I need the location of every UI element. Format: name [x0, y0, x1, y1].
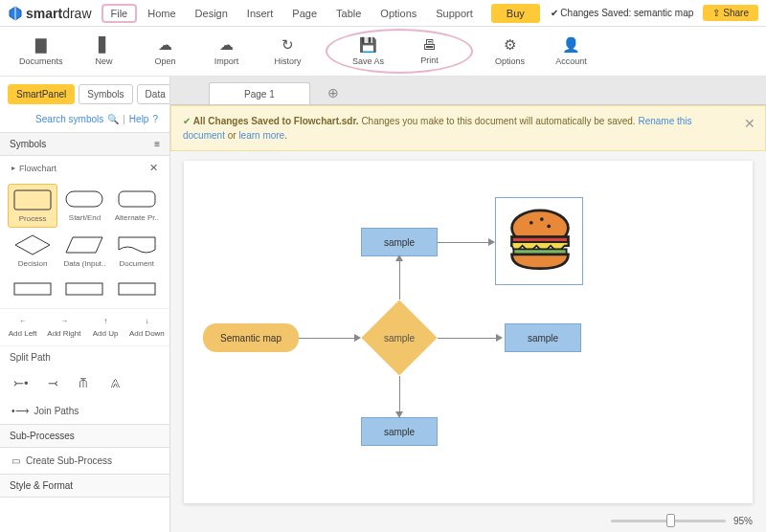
node-image-burger[interactable]	[495, 197, 583, 285]
shape-startend[interactable]: Start/End	[59, 184, 109, 228]
svg-point-9	[529, 221, 533, 225]
ribbon-account[interactable]: 👤Account	[552, 36, 592, 66]
ribbon-options[interactable]: ⚙Options	[490, 36, 530, 66]
shape-extra2[interactable]	[59, 274, 109, 304]
node-sample-top[interactable]: sample	[361, 228, 438, 256]
add-page-button[interactable]: ⊕	[327, 85, 339, 104]
close-flowchart-icon[interactable]: ✕	[149, 162, 158, 174]
save-status: ✔ Changes Saved: semantic map	[551, 8, 694, 18]
zoom-slider[interactable]	[611, 520, 726, 522]
add-down[interactable]: ↓Add Down	[126, 315, 168, 340]
page-tab-1[interactable]: Page 1	[209, 82, 310, 104]
split-icon-2[interactable]: ⤙	[48, 376, 58, 390]
tab-data[interactable]: Data	[137, 84, 170, 104]
ribbon-open[interactable]: ☁Open	[146, 36, 186, 66]
create-sub-process[interactable]: ▭Create Sub-Process	[0, 448, 169, 474]
join-icon: •⟶	[11, 406, 29, 416]
tab-smartpanel[interactable]: SmartPanel	[8, 84, 75, 104]
symbols-header: Symbols	[10, 139, 46, 149]
user-icon: 👤	[562, 36, 580, 54]
join-paths[interactable]: •⟶Join Paths	[0, 398, 169, 424]
svg-marker-3	[15, 235, 50, 255]
arrow-right-icon: →	[60, 317, 68, 325]
share-button[interactable]: ⇪ Share	[703, 5, 758, 21]
svg-rect-2	[119, 191, 155, 207]
ribbon-history[interactable]: ↻History	[268, 36, 308, 66]
buy-button[interactable]: Buy	[491, 4, 540, 23]
close-notice-icon[interactable]: ✕	[744, 114, 755, 134]
shape-altproc[interactable]: Alternate Pr..	[112, 184, 162, 228]
ribbon-documents[interactable]: ▇Documents	[19, 36, 63, 66]
style-format-header: Style & Format	[10, 480, 73, 491]
svg-marker-4	[66, 237, 102, 253]
learn-more-link[interactable]: learn more	[238, 130, 284, 141]
shape-extra3[interactable]	[112, 274, 162, 304]
menu-page[interactable]: Page	[283, 4, 326, 23]
arrow-down-icon: ↓	[145, 317, 148, 325]
menu-options[interactable]: Options	[372, 4, 425, 23]
split-path-header: Split Path	[0, 345, 169, 368]
node-sample-right[interactable]: sample	[505, 323, 581, 352]
help-icon[interactable]: ?	[152, 114, 158, 124]
brand-logo: smartsmartdrawdraw	[8, 6, 92, 21]
shape-data[interactable]: Data (Input..	[59, 230, 109, 272]
shape-process[interactable]: Process	[8, 184, 57, 228]
shape-decision[interactable]: Decision	[8, 230, 57, 272]
svg-point-11	[547, 225, 551, 229]
folder-icon: ▇	[35, 36, 47, 54]
help-link[interactable]: Help	[129, 114, 149, 124]
node-semantic-map[interactable]: Semantic map	[203, 323, 299, 352]
menu-home[interactable]: Home	[139, 4, 184, 23]
shape-extra1[interactable]	[8, 274, 57, 304]
zoom-value: 95%	[733, 516, 753, 526]
arrow-up-icon: ↑	[103, 317, 107, 325]
save-icon: 💾	[359, 36, 377, 54]
menu-file[interactable]: File	[101, 4, 138, 23]
zoom-thumb[interactable]	[666, 514, 675, 527]
split-icon-1[interactable]: ⤚•	[13, 376, 29, 390]
save-notice: ✔ All Changes Saved to Flowchart.sdr. Ch…	[170, 105, 766, 151]
add-left[interactable]: ←Add Left	[2, 315, 43, 340]
node-sample-bottom[interactable]: sample	[361, 417, 438, 446]
ribbon-print[interactable]: 🖶Print	[410, 36, 450, 66]
history-icon: ↻	[282, 36, 294, 54]
node-decision[interactable]: sample	[361, 299, 438, 376]
tab-symbols[interactable]: Symbols	[79, 84, 132, 104]
svg-point-10	[540, 217, 544, 221]
ribbon-new[interactable]: ▋New	[84, 36, 124, 66]
ribbon-import[interactable]: ☁Import	[207, 36, 247, 66]
canvas[interactable]: Semantic map sample sample sample sample	[184, 161, 753, 503]
file-icon: ▋	[99, 36, 110, 54]
search-icon[interactable]: 🔍	[107, 114, 119, 124]
ribbon-saveas[interactable]: 💾Save As	[349, 36, 389, 66]
cloud-up-icon: ☁	[219, 36, 234, 54]
menu-design[interactable]: Design	[187, 4, 237, 23]
svg-rect-1	[66, 191, 102, 207]
subprocess-icon: ▭	[11, 455, 20, 466]
svg-rect-7	[119, 283, 155, 295]
svg-rect-6	[66, 283, 102, 295]
flowchart-category[interactable]: Flowchart	[19, 164, 56, 173]
menu-insert[interactable]: Insert	[238, 4, 282, 23]
menu-support[interactable]: Support	[427, 4, 482, 23]
arrow-left-icon: ←	[19, 317, 27, 325]
shape-document[interactable]: Document	[112, 230, 162, 272]
search-symbols-link[interactable]: Search symbols	[35, 114, 103, 124]
svg-rect-0	[14, 190, 51, 210]
menu-table[interactable]: Table	[327, 4, 370, 23]
print-icon: 🖶	[422, 36, 437, 53]
sliders-icon: ⚙	[504, 36, 516, 54]
sub-processes-header: Sub-Processes	[10, 431, 75, 441]
split-icon-4[interactable]: ⩓	[109, 376, 122, 390]
split-icon-3[interactable]: ⫚	[78, 376, 90, 390]
svg-rect-5	[14, 283, 51, 295]
cloud-open-icon: ☁	[158, 36, 172, 54]
add-up[interactable]: ↑Add Up	[85, 315, 126, 340]
symbols-menu-icon[interactable]: ≡	[154, 139, 160, 149]
add-right[interactable]: →Add Right	[43, 315, 84, 340]
